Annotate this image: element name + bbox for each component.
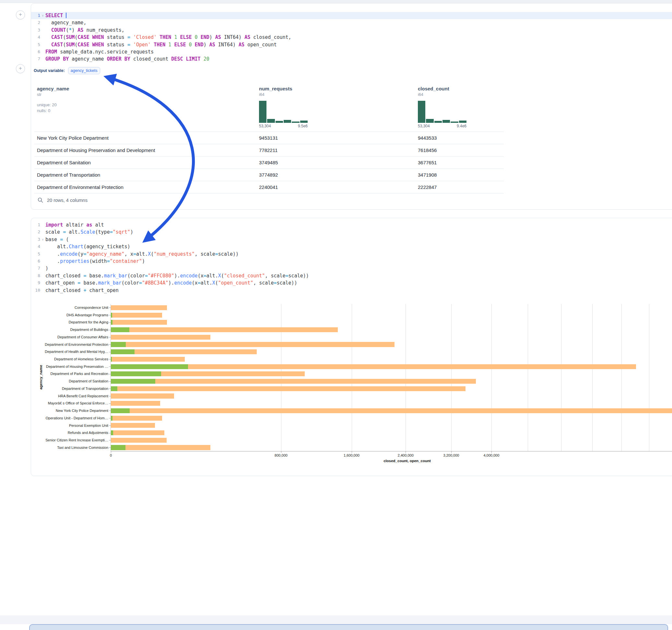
search-icon[interactable]	[38, 197, 43, 203]
code-line-6[interactable]: 6 .properties(width="container")	[31, 258, 672, 265]
code-line-1[interactable]: 1import altair as alt	[31, 221, 672, 228]
code-line-9[interactable]: 9chart_open = base.mark_bar(color="#8BC3…	[31, 280, 672, 287]
sql-editor[interactable]: 1∨SELECT 2 agency_name,3 COUNT(*) AS num…	[31, 12, 672, 63]
code-token: END	[195, 42, 203, 48]
code-line-6[interactable]: 6FROM sample_data.nyc.service_requests	[31, 48, 672, 55]
cell-num_requests: 9453131	[257, 132, 415, 144]
code-line-5[interactable]: 5 .encode(y="agency_name", x=alt.X("num_…	[31, 250, 672, 258]
code-token: status	[104, 34, 127, 40]
code-token	[157, 34, 160, 40]
code-text: chart_open = base.mark_bar(color="#8BC34…	[45, 280, 672, 287]
code-line-4[interactable]: 4 CAST(SUM(CASE WHEN status = 'Closed' T…	[31, 34, 672, 41]
add-cell-button[interactable]: +	[16, 10, 25, 20]
bar-closed	[111, 379, 476, 384]
page-bottom-strip	[0, 615, 672, 624]
code-token: chart_open	[86, 287, 118, 293]
cell-num_requests: 2240041	[257, 181, 415, 193]
code-token: alt.	[45, 244, 69, 249]
code-token: LIMIT	[186, 56, 201, 62]
code-line-7[interactable]: 7)	[31, 265, 672, 272]
table-row[interactable]: Department of Environmental Protection22…	[34, 181, 504, 193]
code-token: ).	[174, 273, 180, 279]
bar-closed	[111, 386, 465, 391]
output-variable-chip[interactable]: agency_tickets	[68, 67, 100, 74]
code-token: CAST	[51, 42, 63, 48]
code-text: chart_closed + chart_open	[45, 287, 672, 294]
gridline	[451, 304, 452, 451]
code-token: AS	[210, 42, 215, 48]
y-axis-label: Department of Health and Mental Hyg…	[34, 348, 108, 356]
code-token: scale))	[289, 273, 309, 279]
code-token: "#8BC34A"	[142, 280, 168, 286]
table-row[interactable]: Department of Transportation377489234719…	[34, 169, 504, 181]
code-token: ELSE	[174, 42, 186, 48]
histogram-bar	[267, 119, 274, 123]
code-token: INT64)	[215, 42, 239, 48]
code-text: base = (	[45, 236, 672, 243]
cell-num_requests: 3774892	[257, 169, 415, 181]
python-editor[interactable]: 1import altair as alt2scale = alt.Scale(…	[31, 221, 672, 294]
code-token: )	[130, 229, 133, 235]
fold-spacer	[40, 265, 45, 272]
code-text: CAST(SUM(CASE WHEN status = 'Open' THEN …	[45, 41, 672, 48]
fold-chevron-icon[interactable]: ∨	[40, 236, 45, 243]
code-line-5[interactable]: 5 CAST(SUM(CASE WHEN status = 'Open' THE…	[31, 41, 672, 48]
code-line-7[interactable]: 7GROUP BY agency_name ORDER BY closed_co…	[31, 55, 672, 63]
code-token: , scale	[253, 280, 273, 286]
code-token: )	[72, 27, 77, 33]
code-line-3[interactable]: 3 COUNT(*) AS num_requests,	[31, 27, 672, 34]
code-token: alt.	[207, 273, 218, 279]
code-line-1[interactable]: 1∨SELECT	[31, 12, 672, 19]
y-axis-label: Department of Parks and Recreation	[34, 370, 108, 378]
add-cell-button[interactable]: +	[16, 64, 25, 73]
code-token	[45, 34, 51, 40]
column-name: closed_count	[418, 86, 501, 91]
code-token	[45, 42, 51, 48]
column-header-num_requests[interactable]: num_requestsi6453,3049.5e6	[257, 81, 415, 131]
code-line-8[interactable]: 8chart_closed = base.mark_bar(color="#FF…	[31, 272, 672, 280]
fold-chevron-icon[interactable]: ∨	[40, 12, 45, 19]
y-axis-label: Department of Housing Preservation …	[34, 363, 108, 370]
code-token	[89, 34, 92, 40]
table-row[interactable]: Department of Sanitation37494853677651	[34, 156, 504, 169]
code-token: (	[66, 27, 69, 33]
y-axis-label: Personal Exemption Unit	[34, 422, 108, 429]
bar-open	[111, 320, 113, 325]
code-token: Scale	[80, 229, 95, 235]
table-row[interactable]: New York City Police Department945313194…	[34, 131, 504, 144]
column-header-closed_count[interactable]: closed_counti6453,3049.4e6	[415, 81, 504, 131]
bar-closed	[111, 320, 167, 325]
next-cell-partial[interactable]	[29, 624, 668, 630]
histogram-bars	[418, 101, 466, 123]
code-token: 0	[189, 42, 192, 48]
code-line-10[interactable]: 10chart_closed + chart_open	[31, 287, 672, 294]
code-token: =	[110, 229, 113, 235]
y-axis-label: Department for the Aging	[34, 319, 108, 326]
bar-closed	[111, 408, 672, 413]
code-line-3[interactable]: 3∨base = (	[31, 236, 672, 243]
code-token: AS	[215, 34, 221, 40]
x-tick-label: 4,000,000	[483, 453, 499, 457]
fold-spacer	[40, 258, 45, 265]
fold-spacer	[40, 221, 45, 228]
code-token: (width	[89, 258, 107, 264]
code-token: base.	[86, 273, 104, 279]
histogram-bars	[259, 101, 308, 123]
code-token: .	[45, 251, 60, 257]
code-line-2[interactable]: 2scale = alt.Scale(type="sqrt")	[31, 228, 672, 236]
table-row[interactable]: Department of Housing Preservation and D…	[34, 144, 504, 156]
code-text: GROUP BY agency_name ORDER BY closed_cou…	[45, 55, 672, 63]
code-token: Chart	[69, 244, 83, 249]
bar-open	[111, 364, 188, 369]
histogram-bar	[434, 121, 442, 123]
x-tick-label: 1,600,000	[344, 453, 360, 457]
code-line-4[interactable]: 4 alt.Chart(agency_tickets)	[31, 243, 672, 250]
code-token: ORDER BY	[107, 56, 130, 62]
fold-spacer	[40, 243, 45, 250]
line-number: 1	[31, 12, 40, 19]
code-line-2[interactable]: 2 agency_name,	[31, 19, 672, 26]
column-header-agency_name[interactable]: agency_namestrunique: 20nulls: 0	[34, 81, 257, 131]
code-token	[183, 56, 186, 62]
code-token: =	[127, 34, 130, 40]
code-token: encode	[60, 251, 77, 257]
